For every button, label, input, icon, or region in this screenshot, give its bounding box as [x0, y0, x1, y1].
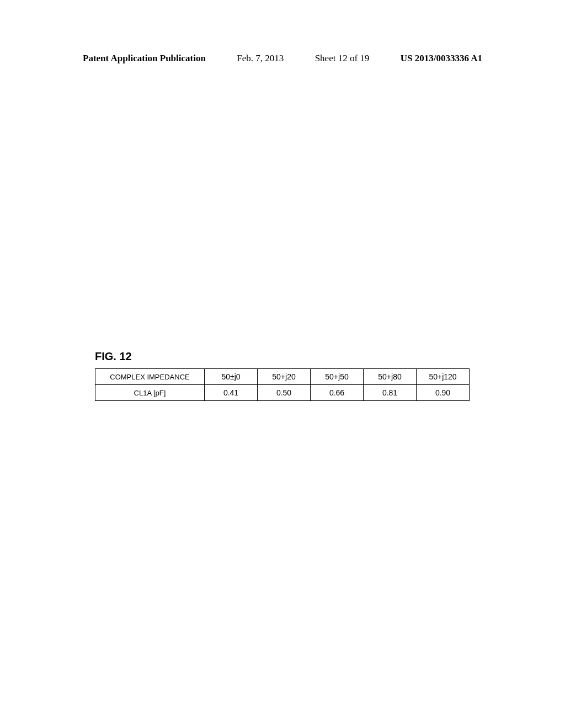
publication-type: Patent Application Publication	[83, 53, 206, 64]
row-header-impedance: COMPLEX IMPEDANCE	[95, 369, 205, 385]
cell: 50+j120	[417, 369, 470, 385]
row-header-cl1a: CL1A [pF]	[95, 385, 205, 401]
cell: 0.41	[205, 385, 258, 401]
cell: 0.66	[311, 385, 364, 401]
table-row: CL1A [pF] 0.41 0.50 0.66 0.81 0.90	[95, 385, 470, 401]
cell: 50+j50	[311, 369, 364, 385]
sheet-number: Sheet 12 of 19	[315, 53, 370, 64]
cell: 0.81	[364, 385, 417, 401]
publication-number: US 2013/0033336 A1	[401, 53, 482, 64]
cell: 50±j0	[205, 369, 258, 385]
publication-date: Feb. 7, 2013	[237, 53, 284, 64]
page-header: Patent Application Publication Feb. 7, 2…	[83, 53, 482, 64]
table-row: COMPLEX IMPEDANCE 50±j0 50+j20 50+j50 50…	[95, 369, 470, 385]
figure-label: FIG. 12	[95, 350, 132, 363]
cell: 50+j80	[364, 369, 417, 385]
cell: 0.90	[417, 385, 470, 401]
impedance-table: COMPLEX IMPEDANCE 50±j0 50+j20 50+j50 50…	[95, 368, 470, 401]
cell: 0.50	[258, 385, 311, 401]
patent-page: Patent Application Publication Feb. 7, 2…	[0, 0, 565, 728]
cell: 50+j20	[258, 369, 311, 385]
